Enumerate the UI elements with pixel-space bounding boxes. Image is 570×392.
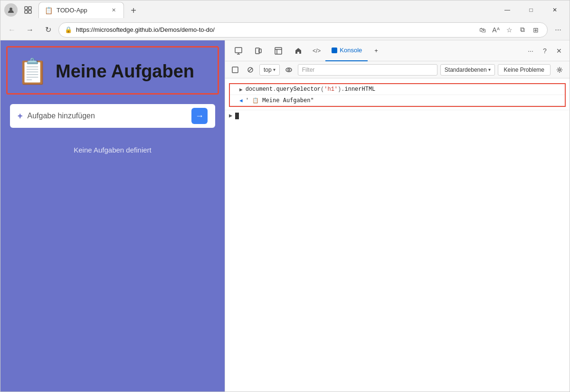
add-task-row: + Aufgabe hinzufügen → [10, 104, 215, 128]
log-levels-dropdown[interactable]: Standardebenen ▾ [440, 64, 495, 76]
devtools-close-button[interactable]: ✕ [552, 44, 566, 57]
tab-title: TODO-App [57, 7, 87, 14]
devtools-help-button[interactable]: ? [538, 44, 551, 57]
devtools-tab-add[interactable]: + [369, 40, 384, 61]
svg-rect-8 [275, 48, 282, 54]
console-clear-button[interactable] [229, 64, 241, 76]
svg-line-12 [248, 68, 252, 72]
minimize-button[interactable]: — [496, 2, 518, 18]
address-split-icon[interactable]: ⧉ [517, 24, 528, 36]
log-levels-label: Standardebenen [445, 67, 487, 73]
console-eye-button[interactable] [283, 64, 295, 76]
address-actions: 🛍 Aᴬ ☆ ⧉ ⊞ [477, 24, 542, 36]
svg-rect-9 [332, 48, 337, 53]
tab-close-button[interactable]: ✕ [109, 6, 118, 15]
window-controls: — □ ✕ [496, 2, 566, 18]
add-plus-icon: + [18, 111, 23, 121]
devtools-tab-console[interactable]: Konsole [325, 40, 368, 61]
no-problems-button[interactable]: Keine Probleme [498, 64, 551, 76]
konsole-tab-label: Konsole [340, 47, 362, 54]
devtools-tab-sources[interactable]: </> [309, 40, 324, 61]
console-input-text: document.querySelector('h1').innerHTML [246, 86, 376, 93]
console-input-arrow: ▶ [239, 86, 243, 93]
console-entry-input: ▶ document.querySelector('h1').innerHTML [230, 84, 565, 95]
svg-point-13 [286, 68, 292, 72]
address-apps-icon[interactable]: ⊞ [530, 24, 542, 36]
active-tab[interactable]: 📋 TODO-App ✕ [38, 2, 124, 18]
devtools-tab-inspect[interactable] [229, 40, 248, 61]
browser-window: 📋 TODO-App ✕ + — □ ✕ ← → ↻ 🔒 https://mic… [0, 0, 570, 392]
svg-point-14 [288, 69, 290, 71]
maximize-button[interactable]: □ [520, 2, 542, 18]
back-button[interactable]: ← [4, 22, 19, 38]
devtools-panel: </> Konsole + ··· ? ✕ [225, 40, 570, 392]
more-tools-button[interactable]: ··· [551, 22, 566, 38]
title-bar: 📋 TODO-App ✕ + — □ ✕ [0, 0, 570, 19]
todo-logo-icon: 📋 [17, 59, 48, 84]
frame-selector-chevron: ▾ [273, 67, 276, 72]
address-favorite-icon[interactable]: ☆ [504, 24, 515, 36]
address-bar[interactable]: 🔒 https://microsoftedge.github.io/Demos/… [58, 22, 548, 38]
devtools-more-button[interactable]: ··· [524, 44, 537, 57]
devtools-tab-home[interactable] [289, 40, 308, 61]
console-settings-button[interactable] [553, 64, 566, 76]
devtools-tab-elements[interactable] [269, 40, 288, 61]
svg-rect-3 [25, 10, 28, 13]
main-content: 📋 Meine Aufgaben + Aufgabe hinzufügen → … [0, 40, 570, 392]
console-input-row[interactable]: ▶ [225, 110, 570, 121]
svg-rect-5 [235, 48, 242, 53]
svg-rect-4 [28, 10, 31, 13]
svg-rect-10 [232, 67, 238, 73]
svg-rect-7 [259, 49, 261, 53]
lock-icon: 🔒 [65, 26, 72, 33]
address-bag-icon[interactable]: 🛍 [477, 24, 488, 36]
new-tab-button[interactable]: + [126, 3, 141, 18]
filter-placeholder: Filter [302, 67, 315, 73]
log-levels-chevron: ▾ [488, 67, 491, 72]
close-button[interactable]: ✕ [544, 2, 566, 18]
address-read-icon[interactable]: Aᴬ [490, 24, 502, 36]
frame-selector-dropdown[interactable]: top ▾ [259, 64, 280, 76]
devtools-secondary-toolbar: top ▾ Filter Standardebenen ▾ Keine Prob… [225, 61, 570, 78]
tab-favicon: 📋 [45, 7, 53, 14]
svg-rect-1 [25, 7, 28, 10]
devtools-tab-bar: </> Konsole + ··· ? ✕ [225, 40, 570, 61]
console-output-arrow: ◀ [239, 97, 243, 104]
collections-icon[interactable] [21, 3, 35, 17]
add-task-input[interactable]: Aufgabe hinzufügen [28, 112, 187, 120]
add-task-button[interactable]: → [191, 108, 208, 124]
frame-selector-value: top [264, 67, 272, 73]
console-block-button[interactable] [244, 64, 256, 76]
refresh-button[interactable]: ↻ [40, 22, 56, 38]
console-prompt-icon: ▶ [229, 112, 232, 119]
svg-rect-2 [28, 7, 31, 10]
console-output-text: ' 📋 Meine Aufgaben" [246, 97, 314, 104]
todo-app-title: Meine Aufgaben [56, 61, 194, 82]
console-filter-input[interactable]: Filter [298, 64, 437, 76]
no-problems-label: Keine Probleme [504, 67, 544, 73]
tab-bar: 📋 TODO-App ✕ + [38, 2, 493, 18]
console-output-area: ▶ document.querySelector('h1').innerHTML… [225, 78, 570, 392]
navigation-bar: ← → ↻ 🔒 https://microsoftedge.github.io/… [0, 19, 570, 40]
todo-header: 📋 Meine Aufgaben [6, 46, 219, 95]
nav-right-controls: ··· [551, 22, 566, 38]
empty-state-text: Keine Aufgaben definiert [0, 146, 225, 154]
profile-icon[interactable] [4, 3, 18, 17]
console-highlight-box: ▶ document.querySelector('h1').innerHTML… [229, 83, 566, 107]
forward-button[interactable]: → [22, 22, 38, 38]
console-entry-output: ◀ ' 📋 Meine Aufgaben" [230, 95, 565, 106]
todo-app: 📋 Meine Aufgaben + Aufgabe hinzufügen → … [0, 40, 225, 392]
devtools-tab-device[interactable] [249, 40, 268, 61]
svg-point-15 [559, 69, 560, 71]
console-cursor [235, 113, 239, 119]
address-text: https://microsoftedge.github.io/Demos/de… [76, 26, 473, 33]
